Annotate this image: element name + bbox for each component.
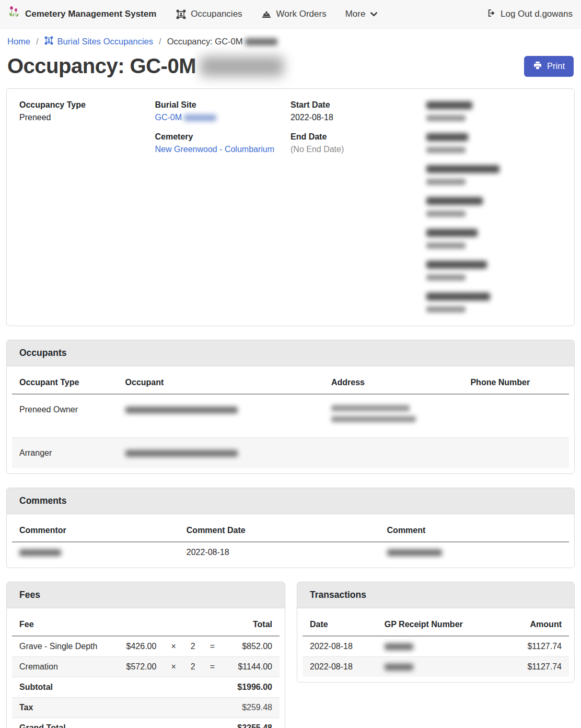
page-header: Occupancy: GC-0M Print — [0, 47, 581, 78]
nav-label: Work Orders — [276, 9, 327, 19]
occupant-type-cell: Arranger — [12, 438, 118, 469]
column-header-occupant-type: Occupant Type — [12, 371, 118, 394]
page-title: Occupancy: GC-0M — [7, 54, 284, 78]
breadcrumb-separator: / — [159, 37, 161, 47]
occupancy-type-label: Occupancy Type — [19, 100, 155, 110]
comments-card: Comments Commentor Comment Date Comment … — [6, 488, 575, 568]
top-navbar: Cemetery Management System Occupancies — [0, 0, 581, 29]
print-button[interactable]: Print — [524, 56, 574, 77]
logout-label: Log Out d.gowans — [501, 9, 573, 19]
end-date-value: (No End Date) — [290, 145, 426, 154]
transactions-card: Transactions Date GP Receipt Number Amou… — [297, 582, 575, 683]
comment-row: 2022-08-18 — [12, 542, 569, 562]
breadcrumb-current: Occupancy: GC-0M — [167, 37, 277, 47]
redacted-field-value — [426, 179, 466, 185]
transaction-row: 2022-08-18 $1127.74 — [303, 636, 569, 657]
redacted-field-value — [426, 115, 466, 121]
fees-grand-total-row: Grand Total $2255.48 — [12, 718, 280, 728]
fee-times-cell: × — [164, 636, 183, 657]
chevron-down-icon — [370, 11, 378, 17]
column-header-phone-number: Phone Number — [463, 371, 569, 394]
fees-subtotal-row: Subtotal $1996.00 — [12, 677, 280, 698]
fees-card-title: Fees — [7, 582, 285, 608]
fee-equals-cell: = — [203, 636, 222, 657]
column-header-comment-date: Comment Date — [179, 518, 380, 542]
nav-label: Occupancies — [191, 9, 242, 19]
bottom-row: Fees Fee Total Grave - Single Depth $426… — [6, 582, 575, 728]
fee-qty-cell: 2 — [183, 657, 203, 677]
redacted-field-value — [426, 274, 466, 281]
fee-name-cell: Cremation — [12, 657, 113, 677]
burial-site-link[interactable]: GC-0M — [155, 113, 217, 122]
occupants-card-title: Occupants — [7, 340, 574, 366]
nav-item-more[interactable]: More — [345, 9, 378, 19]
breadcrumb-home-link[interactable]: Home — [7, 37, 30, 47]
details-column-2: Burial Site GC-0M Cemetery New Greenwood… — [155, 100, 291, 323]
fee-times-cell: × — [164, 657, 183, 677]
fee-total-cell: $1144.00 — [222, 657, 280, 677]
comment-cell — [380, 542, 569, 562]
burial-site-label: Burial Site — [155, 100, 291, 110]
transaction-amount-cell: $1127.74 — [497, 636, 569, 657]
occupant-address-cell — [324, 394, 463, 438]
comments-table: Commentor Comment Date Comment 2022-08-1… — [12, 518, 569, 562]
comments-card-title: Comments — [7, 488, 574, 514]
fee-name-cell: Grave - Single Depth — [12, 636, 113, 657]
transactions-card-title: Transactions — [297, 582, 574, 608]
transaction-receipt-cell — [377, 636, 497, 657]
redacted-occupant-name — [125, 450, 238, 457]
transaction-date-cell: 2022-08-18 — [303, 657, 377, 677]
occupancy-type-value: Preneed — [19, 113, 155, 122]
tulip-logo-icon — [8, 5, 20, 24]
occupant-row: Arranger — [12, 438, 569, 469]
breadcrumb-occupancies-label: Burial Sites Occupancies — [57, 37, 153, 47]
occupant-name-cell — [118, 438, 324, 469]
nav-item-occupancies[interactable]: Occupancies — [176, 9, 242, 19]
redacted-field-label — [426, 229, 478, 237]
occupant-type-cell: Preneed Owner — [12, 394, 118, 438]
occupant-phone-cell — [463, 438, 569, 469]
redacted-burial-site-id — [184, 114, 216, 121]
app-title: Cemetery Management System — [25, 9, 156, 19]
redacted-field-value — [426, 211, 466, 217]
fee-unit-cell: $572.00 — [113, 657, 164, 677]
grand-total-value: $2255.48 — [222, 718, 280, 728]
column-header-comment: Comment — [380, 518, 569, 542]
start-date-value: 2022-08-18 — [290, 113, 426, 122]
redacted-field-label — [426, 165, 499, 173]
breadcrumb-occupancies-link[interactable]: Burial Sites Occupancies — [44, 36, 153, 47]
column-header-occupant: Occupant — [118, 371, 324, 394]
fee-row: Grave - Single Depth $426.00 × 2 = $852.… — [12, 636, 280, 657]
redacted-address-line — [331, 405, 410, 411]
fee-equals-cell: = — [203, 657, 222, 677]
print-label: Print — [547, 61, 565, 71]
redacted-receipt-number — [385, 643, 413, 650]
logout-button[interactable]: Log Out d.gowans — [486, 8, 573, 20]
redacted-receipt-number — [385, 664, 413, 671]
occupant-name-cell — [118, 394, 324, 438]
column-header-total: Total — [222, 613, 280, 636]
occupant-row: Preneed Owner — [12, 394, 569, 438]
fee-row: Cremation $572.00 × 2 = $1144.00 — [12, 657, 280, 677]
logout-icon — [486, 8, 496, 20]
fees-card: Fees Fee Total Grave - Single Depth $426… — [6, 582, 285, 728]
fees-table: Fee Total Grave - Single Depth $426.00 ×… — [12, 613, 280, 728]
redacted-field-value — [426, 147, 466, 153]
column-header-date: Date — [303, 613, 377, 636]
tax-value: $259.48 — [222, 698, 280, 718]
redacted-field-value — [426, 242, 466, 249]
occupancy-details-panel: Occupancy Type Preneed Burial Site GC-0M… — [6, 88, 575, 326]
breadcrumb-separator: / — [36, 37, 39, 47]
grave-frame-icon — [44, 36, 53, 47]
redacted-field-label — [426, 133, 468, 141]
transactions-table: Date GP Receipt Number Amount 2022-08-18… — [303, 613, 569, 677]
nav-item-work-orders[interactable]: Work Orders — [261, 9, 327, 19]
end-date-label: End Date — [290, 132, 426, 142]
details-column-1: Occupancy Type Preneed — [19, 100, 155, 323]
cemetery-link[interactable]: New Greenwood - Columbarium — [155, 145, 275, 154]
fees-tax-row: Tax $259.48 — [12, 698, 280, 718]
redacted-field-label — [426, 197, 483, 205]
app-brand[interactable]: Cemetery Management System — [8, 5, 156, 24]
fee-qty-cell: 2 — [183, 636, 203, 657]
redacted-field-label — [426, 101, 472, 109]
